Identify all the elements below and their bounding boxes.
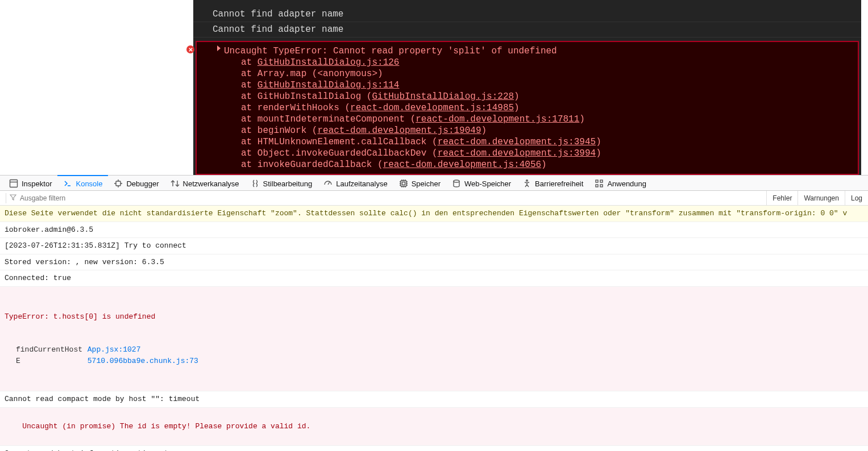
tool-label: Netzwerkanalyse (183, 179, 239, 188)
svg-point-4 (454, 180, 459, 182)
source-link[interactable]: react-dom.development.js:17811 (416, 114, 579, 124)
source-link[interactable]: react-dom.development.js:19049 (317, 126, 481, 136)
stack-frame: E 5710.096bba9e.chunk.js:73 (5, 356, 863, 367)
svg-rect-0 (10, 180, 18, 187)
tool-console[interactable]: Konsole (57, 175, 108, 191)
stack-frame: at renderWithHooks (react-dom.developmen… (217, 102, 858, 114)
tool-application[interactable]: Anwendung (589, 175, 652, 191)
error-icon (186, 45, 194, 53)
filter-fehler-button[interactable]: Fehler (766, 191, 798, 205)
stack-frame: findCurrentHost App.jsx:1027 (5, 344, 863, 356)
stack-frame: at GitHubInstallDialog (GitHubInstallDia… (217, 91, 858, 102)
svg-rect-2 (401, 181, 406, 186)
tool-label: Barrierefreiheit (535, 179, 583, 188)
source-link[interactable]: react-dom.development.js:3945 (438, 137, 596, 147)
tool-label: Inspektor (22, 179, 52, 188)
stack-frame: at GitHubInstallDialog.js:114 (217, 80, 858, 91)
console-error-row: TypeError: t.hosts[0] is undefined findC… (0, 287, 868, 392)
svg-rect-9 (600, 185, 603, 187)
stack-frame: at beginWork (react-dom.development.js:1… (217, 125, 858, 136)
source-link[interactable]: App.jsx:1027 (88, 345, 141, 354)
filter-warnungen-button[interactable]: Warnungen (798, 191, 845, 205)
stack-frame: at Array.map (<anonymous>) (217, 68, 858, 80)
svg-point-5 (526, 180, 528, 182)
error-headline: Uncaught TypeError: Cannot read property… (217, 45, 858, 57)
tool-style-editor[interactable]: Stilbearbeitung (245, 175, 318, 191)
tool-label: Web-Speicher (464, 179, 511, 188)
error-message: Uncaught (in promise) The id is empty! P… (22, 422, 310, 431)
tool-label: Debugger (126, 179, 159, 188)
tool-label: Stilbearbeitung (263, 179, 313, 188)
svg-rect-1 (116, 181, 121, 186)
stack-frame: at Object.invokeGuardedCallbackDev (reac… (217, 148, 858, 159)
console-log-row: Cannot read host information: timeout (0, 446, 868, 451)
console-log-row: [2023-07-26T12:31:35.831Z] Try to connec… (0, 238, 868, 254)
stack-frame: at invokeGuardedCallback (react-dom.deve… (217, 159, 858, 170)
tool-debugger[interactable]: Debugger (108, 175, 164, 191)
source-link[interactable]: react-dom.development.js:4056 (383, 160, 541, 170)
console-log-row: Stored version: , new version: 6.3.5 (0, 254, 868, 271)
tool-accessibility[interactable]: Barrierefreiheit (517, 175, 589, 191)
tool-storage[interactable]: Web-Speicher (446, 175, 517, 191)
expand-caret-icon[interactable] (217, 45, 221, 51)
source-link[interactable]: GitHubInstallDialog.js:126 (258, 57, 400, 68)
page-console-log: Cannot find adapter name (193, 7, 861, 22)
page-console-panel: Cannot find adapter name Cannot find ada… (193, 0, 861, 175)
svg-rect-6 (596, 180, 598, 182)
tool-label: Speicher (412, 179, 441, 188)
svg-rect-8 (596, 185, 598, 187)
source-link[interactable]: GitHubInstallDialog.js:114 (258, 80, 400, 90)
console-log-row: Cannot read compact mode by host "": tim… (0, 391, 868, 408)
svg-rect-7 (600, 180, 603, 182)
tool-label: Anwendung (607, 179, 646, 188)
stack-frame: at mountIndeterminateComponent (react-do… (217, 114, 858, 125)
page-console-log: Cannot find adapter name (193, 22, 861, 37)
devtools-toolbar: Inspektor Konsole Debugger Netzwerkanaly… (0, 175, 868, 191)
svg-rect-3 (402, 182, 405, 185)
console-error-row: Uncaught (in promise) The id is empty! P… (0, 408, 868, 446)
tool-label: Konsole (76, 179, 102, 188)
tool-inspector[interactable]: Inspektor (3, 175, 57, 191)
tool-performance[interactable]: Laufzeitanalyse (318, 175, 393, 191)
console-output: Diese Seite verwendet die nicht standard… (0, 206, 868, 451)
source-link[interactable]: react-dom.development.js:14985 (350, 103, 514, 113)
tool-memory[interactable]: Speicher (393, 175, 446, 191)
console-filter-bar: Fehler Warnungen Log (0, 191, 868, 206)
page-console-error: Uncaught TypeError: Cannot read property… (196, 41, 859, 175)
filter-log-button[interactable]: Log (845, 191, 868, 205)
tool-network[interactable]: Netzwerkanalyse (165, 175, 245, 191)
tool-label: Laufzeitanalyse (336, 179, 387, 188)
console-warning-row: Diese Seite verwendet die nicht standard… (0, 206, 868, 222)
console-log-row: Connected: true (0, 270, 868, 287)
source-link[interactable]: 5710.096bba9e.chunk.js:73 (88, 357, 198, 365)
stack-frame: at HTMLUnknownElement.callCallback (reac… (217, 136, 858, 148)
console-log-row: iobroker.admin@6.3.5 (0, 222, 868, 239)
filter-icon (10, 194, 16, 202)
filter-input[interactable] (20, 194, 190, 202)
source-link[interactable]: GitHubInstallDialog.js:228 (372, 91, 514, 102)
stack-frame: at GitHubInstallDialog.js:126 (217, 57, 858, 68)
error-headline: TypeError: t.hosts[0] is undefined (5, 311, 863, 323)
source-link[interactable]: react-dom.development.js:3994 (438, 148, 596, 158)
